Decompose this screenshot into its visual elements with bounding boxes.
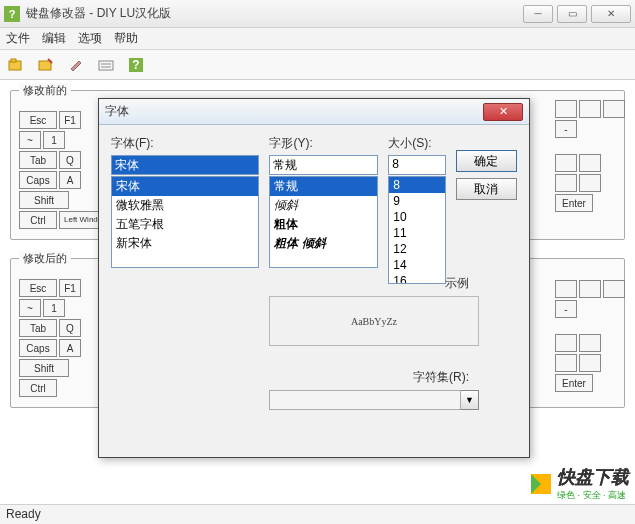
button-column: 确定 取消 <box>456 135 517 284</box>
toolbar: ? <box>0 50 635 80</box>
key-right-e[interactable] <box>579 154 601 172</box>
size-option-2[interactable]: 10 <box>389 209 444 225</box>
minimize-button[interactable]: ─ <box>523 5 553 23</box>
style-label: 字形(Y): <box>269 135 378 152</box>
key-right-g2[interactable] <box>579 354 601 372</box>
key-right-c[interactable] <box>603 100 625 118</box>
charset-combo[interactable]: ▼ <box>269 390 479 410</box>
close-button[interactable]: ✕ <box>591 5 631 23</box>
menu-help[interactable]: 帮助 <box>114 30 138 47</box>
font-listbox[interactable]: 宋体 微软雅黑 五笔字根 新宋体 <box>111 176 259 268</box>
sample-section: 示例 AaBbYyZz <box>269 275 479 346</box>
window-buttons: ─ ▭ ✕ <box>523 5 631 23</box>
size-option-4[interactable]: 12 <box>389 241 444 257</box>
size-option-1[interactable]: 9 <box>389 193 444 209</box>
app-icon: ? <box>4 6 20 22</box>
font-option-1[interactable]: 微软雅黑 <box>112 196 258 215</box>
key-caps[interactable]: Caps <box>19 171 57 189</box>
key-right-f2[interactable] <box>555 354 577 372</box>
key-f1[interactable]: F1 <box>59 111 81 129</box>
style-listbox[interactable]: 常规 倾斜 粗体 粗体 倾斜 <box>269 176 378 268</box>
key-esc-2[interactable]: Esc <box>19 279 57 297</box>
key-enter[interactable]: Enter <box>555 194 593 212</box>
key-minus-2[interactable]: - <box>555 300 577 318</box>
style-input[interactable]: 常规 <box>269 155 378 175</box>
after-legend: 修改后的 <box>19 251 71 266</box>
charset-section: 字符集(R): ▼ <box>269 369 479 410</box>
watermark-tagline: 绿色 · 安全 · 高速 <box>557 489 629 502</box>
right-keys-before: - Enter <box>555 100 625 214</box>
font-input[interactable]: 宋体 <box>111 155 259 175</box>
key-a[interactable]: A <box>59 171 81 189</box>
statusbar: Ready <box>0 504 635 524</box>
key-ctrl-2[interactable]: Ctrl <box>19 379 57 397</box>
key-1[interactable]: 1 <box>43 131 65 149</box>
key-f1-2[interactable]: F1 <box>59 279 81 297</box>
key-right-b2[interactable] <box>579 280 601 298</box>
window-title: 键盘修改器 - DIY LU汉化版 <box>26 5 523 22</box>
dialog-body: 字体(F): 宋体 宋体 微软雅黑 五笔字根 新宋体 字形(Y): 常规 常规 … <box>99 125 529 294</box>
key-right-d[interactable] <box>555 154 577 172</box>
key-right-b[interactable] <box>579 100 601 118</box>
size-option-3[interactable]: 11 <box>389 225 444 241</box>
toolbar-edit-icon[interactable] <box>66 55 86 75</box>
toolbar-help-icon[interactable]: ? <box>126 55 146 75</box>
size-option-0[interactable]: 8 <box>389 177 444 193</box>
key-esc[interactable]: Esc <box>19 111 57 129</box>
maximize-button[interactable]: ▭ <box>557 5 587 23</box>
font-dialog: 字体 ✕ 字体(F): 宋体 宋体 微软雅黑 五笔字根 新宋体 字形(Y): 常… <box>98 98 530 458</box>
font-option-0[interactable]: 宋体 <box>112 177 258 196</box>
font-label: 字体(F): <box>111 135 259 152</box>
charset-input[interactable] <box>269 390 461 410</box>
menu-options[interactable]: 选项 <box>78 30 102 47</box>
key-q[interactable]: Q <box>59 151 81 169</box>
key-enter-2[interactable]: Enter <box>555 374 593 392</box>
key-1-2[interactable]: 1 <box>43 299 65 317</box>
style-option-1[interactable]: 倾斜 <box>270 196 377 215</box>
key-shift[interactable]: Shift <box>19 191 69 209</box>
font-option-3[interactable]: 新宋体 <box>112 234 258 253</box>
toolbar-save-icon[interactable] <box>36 55 56 75</box>
key-a-2[interactable]: A <box>59 339 81 357</box>
key-right-a2[interactable] <box>555 280 577 298</box>
key-tab[interactable]: Tab <box>19 151 57 169</box>
style-option-3[interactable]: 粗体 倾斜 <box>270 234 377 253</box>
key-right-e2[interactable] <box>579 334 601 352</box>
menu-edit[interactable]: 编辑 <box>42 30 66 47</box>
key-caps-2[interactable]: Caps <box>19 339 57 357</box>
style-option-2[interactable]: 粗体 <box>270 215 377 234</box>
key-right-d2[interactable] <box>555 334 577 352</box>
font-column: 字体(F): 宋体 宋体 微软雅黑 五笔字根 新宋体 <box>111 135 259 284</box>
ok-button[interactable]: 确定 <box>456 150 517 172</box>
svg-text:?: ? <box>132 58 139 72</box>
sample-label: 示例 <box>269 275 479 292</box>
toolbar-open-icon[interactable] <box>6 55 26 75</box>
dialog-title: 字体 <box>105 103 483 120</box>
key-right-g[interactable] <box>579 174 601 192</box>
chevron-down-icon[interactable]: ▼ <box>461 390 479 410</box>
dialog-close-button[interactable]: ✕ <box>483 103 523 121</box>
key-tilde-2[interactable]: ~ <box>19 299 41 317</box>
size-listbox[interactable]: 8 9 10 11 12 14 16 <box>388 176 445 284</box>
key-tilde[interactable]: ~ <box>19 131 41 149</box>
menu-file[interactable]: 文件 <box>6 30 30 47</box>
key-q-2[interactable]: Q <box>59 319 81 337</box>
key-right-c2[interactable] <box>603 280 625 298</box>
key-minus[interactable]: - <box>555 120 577 138</box>
size-option-5[interactable]: 14 <box>389 257 444 273</box>
svg-rect-2 <box>39 61 51 70</box>
font-option-2[interactable]: 五笔字根 <box>112 215 258 234</box>
main-titlebar: ? 键盘修改器 - DIY LU汉化版 ─ ▭ ✕ <box>0 0 635 28</box>
watermark: 快盘下载 绿色 · 安全 · 高速 <box>529 465 629 502</box>
style-option-0[interactable]: 常规 <box>270 177 377 196</box>
key-right-f[interactable] <box>555 174 577 192</box>
dialog-titlebar: 字体 ✕ <box>99 99 529 125</box>
size-input[interactable]: 8 <box>388 155 445 175</box>
key-right-a[interactable] <box>555 100 577 118</box>
cancel-button[interactable]: 取消 <box>456 178 517 200</box>
watermark-brand: 快盘下载 <box>557 465 629 489</box>
key-tab-2[interactable]: Tab <box>19 319 57 337</box>
key-ctrl[interactable]: Ctrl <box>19 211 57 229</box>
key-shift-2[interactable]: Shift <box>19 359 69 377</box>
toolbar-keyboard-icon[interactable] <box>96 55 116 75</box>
